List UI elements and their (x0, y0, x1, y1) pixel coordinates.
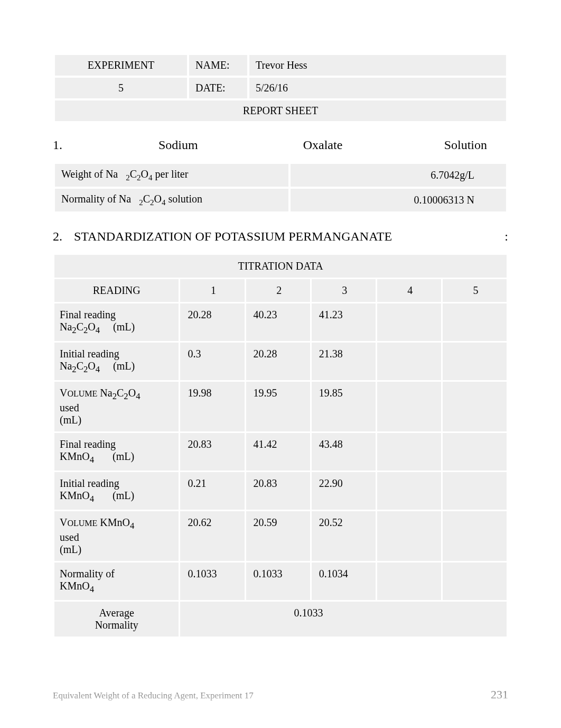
titration-cell: 0.21 (180, 472, 244, 510)
section1-word-solution: Solution (378, 138, 503, 152)
titration-row-label: VOLUME KMnO4used(mL) (54, 511, 179, 561)
section2-title: STANDARDIZATION OF POTASSIUM PERMANGANAT… (74, 229, 498, 244)
page-footer: Equivalent Weight of a Reducing Agent, E… (53, 688, 508, 702)
footer-left: Equivalent Weight of a Reducing Agent, E… (53, 690, 254, 701)
titration-row-label: Initial readingKMnO4 (mL) (54, 472, 179, 510)
titration-cell (377, 343, 441, 380)
titration-cell: 41.23 (312, 303, 376, 341)
page-number: 231 (491, 688, 508, 702)
section2-colon: : (498, 229, 508, 244)
titration-cell: 19.95 (246, 382, 310, 431)
date-label: DATE: (189, 78, 247, 98)
titration-row-label: Normality ofKMnO4 (54, 563, 179, 600)
titration-cell: 0.3 (180, 343, 244, 380)
titration-cell: 19.85 (312, 382, 376, 431)
section1-row-value: 6.7042g/L (291, 164, 506, 187)
titration-cell: 0.1033 (246, 563, 310, 600)
titration-cell: 0.1033 (180, 563, 244, 600)
column-header: 3 (312, 279, 376, 302)
column-header: 4 (377, 279, 441, 302)
titration-cell (443, 563, 507, 600)
column-header: 1 (180, 279, 244, 302)
titration-cell: 19.98 (180, 382, 244, 431)
section1-row-label: Normality of Na 2C2O4 solution (55, 189, 288, 211)
section1-word-sodium: Sodium (79, 138, 268, 152)
section1-word-oxalate: Oxalate (268, 138, 377, 152)
titration-cell (443, 343, 507, 380)
titration-cell: 20.59 (246, 511, 310, 561)
titration-cell: 43.48 (312, 433, 376, 471)
date-value: 5/26/16 (249, 78, 506, 98)
titration-cell: 20.28 (246, 343, 310, 380)
titration-cell: 22.90 (312, 472, 376, 510)
titration-cell: 40.23 (246, 303, 310, 341)
report-sheet-label: REPORT SHEET (55, 100, 506, 121)
titration-table: TITRATION DATA READING12345 Final readin… (53, 253, 508, 638)
titration-cell (443, 303, 507, 341)
titration-cell: 41.42 (246, 433, 310, 471)
titration-cell (377, 563, 441, 600)
reading-header: READING (54, 279, 179, 302)
name-label: NAME: (189, 55, 247, 76)
titration-cell (377, 511, 441, 561)
titration-cell: 20.52 (312, 511, 376, 561)
section1-row-label: Weight of Na 2C2O4 per liter (55, 164, 288, 187)
experiment-number: 5 (55, 78, 187, 98)
titration-row-label: Final readingNa2C2O4 (mL) (54, 303, 179, 341)
titration-title: TITRATION DATA (54, 255, 507, 278)
average-normality-value: 0.1033 (180, 602, 507, 637)
titration-cell: 20.62 (180, 511, 244, 561)
experiment-label: EXPERIMENT (55, 55, 187, 76)
titration-cell: 20.83 (180, 433, 244, 471)
titration-cell: 21.38 (312, 343, 376, 380)
header-table: EXPERIMENT NAME: Trevor Hess 5 DATE: 5/2… (53, 53, 508, 123)
column-header: 2 (246, 279, 310, 302)
titration-row-label: Initial readingNa2C2O4 (mL) (54, 343, 179, 380)
section1-heading: 1. Sodium Oxalate Solution (53, 138, 503, 152)
titration-row-label: Final readingKMnO4 (mL) (54, 433, 179, 471)
section1-row-value: 0.10006313 N (291, 189, 506, 211)
titration-cell (377, 382, 441, 431)
titration-cell (377, 433, 441, 471)
titration-cell (377, 303, 441, 341)
name-value: Trevor Hess (249, 55, 506, 76)
titration-cell (443, 511, 507, 561)
section2-number: 2. (53, 229, 74, 244)
average-normality-label: AverageNormality (54, 602, 179, 637)
section1-number: 1. (53, 138, 79, 152)
column-header: 5 (443, 279, 507, 302)
titration-cell (443, 433, 507, 471)
titration-cell: 0.1034 (312, 563, 376, 600)
titration-cell (377, 472, 441, 510)
titration-cell (443, 382, 507, 431)
section2-heading: 2. STANDARDIZATION OF POTASSIUM PERMANGA… (53, 229, 508, 244)
titration-cell: 20.28 (180, 303, 244, 341)
titration-row-label: VOLUME Na2C2O4used(mL) (54, 382, 179, 431)
section1-table: Weight of Na 2C2O4 per liter6.7042g/LNor… (53, 162, 508, 214)
titration-cell: 20.83 (246, 472, 310, 510)
titration-cell (443, 472, 507, 510)
